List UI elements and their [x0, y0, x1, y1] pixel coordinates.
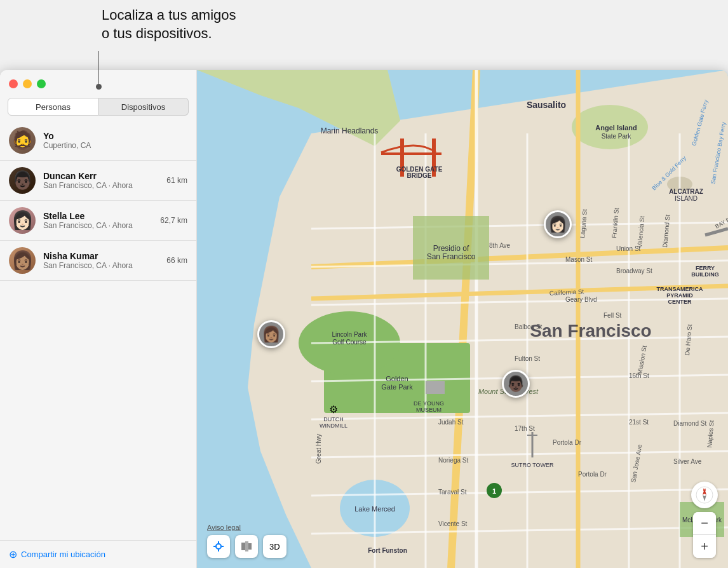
- svg-text:BRIDGE: BRIDGE: [407, 172, 432, 179]
- svg-text:8th Ave: 8th Ave: [489, 242, 511, 249]
- svg-text:Golf Course: Golf Course: [332, 339, 367, 346]
- avatar-yo: 🧔: [9, 127, 36, 154]
- map-area: Sausalito Marin Headlands Angel Island S…: [197, 70, 728, 568]
- app-window: Personas Dispositivos 🧔 Yo Cupertino, CA…: [0, 70, 728, 568]
- 3d-button[interactable]: 3D: [263, 535, 286, 558]
- person-item-nisha[interactable]: 👩🏽 Nisha Kumar San Francisco, CA · Ahora…: [0, 241, 196, 281]
- tab-bar: Personas Dispositivos: [0, 98, 196, 121]
- svg-text:Angel Island: Angel Island: [595, 124, 637, 132]
- svg-text:17th St: 17th St: [515, 425, 535, 432]
- svg-text:DE YOUNG: DE YOUNG: [414, 400, 444, 407]
- person-name-yo: Yo: [43, 131, 187, 141]
- zoom-controls: − +: [693, 512, 716, 558]
- svg-text:N: N: [703, 488, 706, 492]
- svg-text:BUILDING: BUILDING: [691, 271, 719, 278]
- svg-text:SUTRO TOWER: SUTRO TOWER: [511, 462, 554, 468]
- person-info-yo: Yo Cupertino, CA: [43, 131, 187, 150]
- avatar-stella: 👩🏻: [9, 207, 36, 234]
- svg-text:Lake Merced: Lake Merced: [354, 505, 395, 513]
- person-location-nisha: San Francisco, CA · Ahora: [43, 261, 159, 270]
- svg-text:State Park: State Park: [602, 133, 632, 140]
- person-info-nisha: Nisha Kumar San Francisco, CA · Ahora: [43, 251, 159, 270]
- share-location-button[interactable]: ⊕ Compartir mi ubicación: [0, 540, 196, 568]
- svg-text:Geary Blvd: Geary Blvd: [565, 296, 597, 303]
- person-distance-duncan: 61 km: [166, 176, 187, 185]
- map-svg: Sausalito Marin Headlands Angel Island S…: [197, 70, 728, 568]
- avatar-nisha: 👩🏽: [9, 247, 36, 274]
- svg-text:Lincoln Park: Lincoln Park: [332, 331, 367, 338]
- close-button[interactable]: [9, 79, 18, 88]
- svg-text:Taraval St: Taraval St: [438, 489, 467, 496]
- compass[interactable]: N: [691, 482, 718, 508]
- svg-rect-103: [245, 541, 248, 551]
- svg-text:ISLAND: ISLAND: [675, 195, 698, 202]
- svg-text:1: 1: [492, 487, 496, 495]
- person-name-nisha: Nisha Kumar: [43, 251, 159, 261]
- svg-text:Marin Headlands: Marin Headlands: [321, 126, 379, 135]
- map-controls-right: N − +: [691, 482, 718, 558]
- person-location-yo: Cupertino, CA: [43, 141, 187, 150]
- svg-rect-102: [241, 543, 245, 550]
- svg-rect-104: [248, 543, 252, 550]
- tooltip-line: [98, 51, 99, 86]
- minimize-button[interactable]: [23, 79, 32, 88]
- svg-text:Gate Park: Gate Park: [381, 383, 413, 391]
- map-pin-duncan[interactable]: 👨🏿: [502, 370, 530, 398]
- svg-text:Portola Dr: Portola Dr: [553, 439, 582, 446]
- person-location-duncan: San Francisco, CA · Ahora: [43, 181, 159, 190]
- person-item-yo[interactable]: 🧔 Yo Cupertino, CA: [0, 121, 196, 161]
- person-item-duncan[interactable]: 👨🏿 Duncan Kerr San Francisco, CA · Ahora…: [0, 161, 196, 201]
- svg-text:Sausalito: Sausalito: [527, 100, 566, 110]
- svg-text:FERRY: FERRY: [696, 265, 715, 271]
- svg-text:Fulton St: Fulton St: [515, 355, 540, 362]
- person-distance-stella: 62,7 km: [160, 216, 187, 225]
- svg-text:Presidio of: Presidio of: [433, 244, 469, 253]
- svg-point-97: [216, 544, 221, 549]
- svg-text:Golden: Golden: [386, 375, 408, 382]
- svg-text:Mason St: Mason St: [565, 256, 592, 263]
- maximize-button[interactable]: [37, 79, 46, 88]
- svg-text:Silver Ave: Silver Ave: [673, 458, 702, 465]
- svg-text:21st St: 21st St: [629, 419, 649, 426]
- svg-text:San Francisco: San Francisco: [530, 321, 651, 341]
- svg-text:Fell St: Fell St: [603, 312, 622, 319]
- person-location-stella: San Francisco, CA · Ahora: [43, 221, 152, 230]
- zoom-out-button[interactable]: −: [693, 512, 716, 535]
- svg-rect-46: [426, 381, 445, 394]
- map-controls-left: 3D: [207, 535, 286, 558]
- svg-text:ALCATRAZ: ALCATRAZ: [669, 188, 703, 195]
- avatar-duncan: 👨🏿: [9, 167, 36, 194]
- svg-text:DUTCH: DUTCH: [323, 416, 344, 423]
- svg-text:Fort Funston: Fort Funston: [368, 547, 407, 554]
- svg-text:CENTER: CENTER: [668, 299, 692, 305]
- sidebar: Personas Dispositivos 🧔 Yo Cupertino, CA…: [0, 70, 197, 568]
- person-distance-nisha: 66 km: [166, 256, 187, 265]
- svg-text:⚙: ⚙: [329, 404, 338, 415]
- svg-text:Judah St: Judah St: [438, 419, 464, 426]
- svg-text:Vicente St: Vicente St: [438, 520, 468, 527]
- tooltip-text: Localiza a tus amigos o tus dispositivos…: [102, 6, 236, 43]
- map-view-button[interactable]: [235, 535, 258, 558]
- tab-dispositivos[interactable]: Dispositivos: [98, 98, 189, 116]
- svg-text:MUSEUM: MUSEUM: [416, 407, 442, 413]
- share-location-label: Compartir mi ubicación: [21, 550, 105, 559]
- tab-personas[interactable]: Personas: [8, 98, 98, 116]
- plus-icon: ⊕: [9, 548, 17, 560]
- svg-text:Noriega St: Noriega St: [438, 457, 468, 464]
- location-button[interactable]: [207, 535, 230, 558]
- legal-link[interactable]: Aviso legal: [207, 524, 241, 531]
- svg-text:Balboa St: Balboa St: [515, 323, 543, 330]
- map-pin-nisha[interactable]: 👩🏽: [257, 320, 285, 348]
- svg-text:Portola Dr: Portola Dr: [578, 471, 607, 478]
- svg-text:Diamond St: Diamond St: [673, 420, 706, 427]
- person-name-duncan: Duncan Kerr: [43, 171, 159, 181]
- zoom-in-button[interactable]: +: [693, 535, 716, 558]
- person-info-duncan: Duncan Kerr San Francisco, CA · Ahora: [43, 171, 159, 190]
- person-item-stella[interactable]: 👩🏻 Stella Lee San Francisco, CA · Ahora …: [0, 201, 196, 241]
- svg-text:TRANSAMERICA: TRANSAMERICA: [657, 286, 703, 292]
- svg-text:Great Hwy: Great Hwy: [315, 434, 322, 464]
- svg-text:Broadway St: Broadway St: [616, 267, 652, 274]
- map-pin-stella[interactable]: 👩🏻: [544, 210, 572, 238]
- svg-text:WINDMILL: WINDMILL: [320, 423, 347, 429]
- people-list: 🧔 Yo Cupertino, CA 👨🏿 Duncan Kerr San Fr…: [0, 121, 196, 540]
